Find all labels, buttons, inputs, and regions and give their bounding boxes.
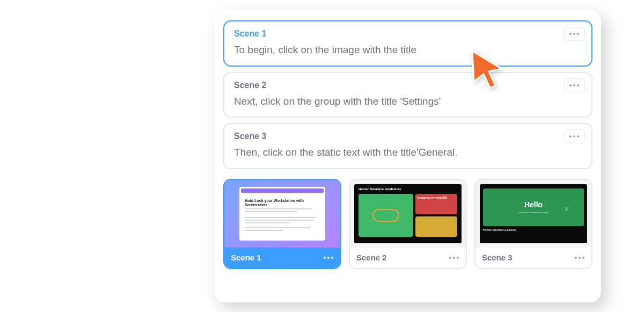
preview-hello-text: Hello: [524, 200, 543, 209]
thumbnail-preview: Auto-Lock your Workstation with Screensa…: [224, 180, 340, 248]
ellipsis-dot-icon: [569, 84, 572, 86]
scene-more-button[interactable]: [564, 27, 585, 41]
scene-title: Scene 2: [234, 81, 582, 90]
preview-footer-text: Human Interface Guidelines: [483, 228, 584, 231]
cursor-pointer-icon: [470, 48, 507, 91]
thumbnail-preview: Human Interface Guidelines Designing for…: [350, 180, 466, 248]
scene-description: Next, click on the group with the title …: [234, 95, 582, 108]
ellipsis-dot-icon: [569, 33, 572, 35]
thumbnail-label: Scene 2: [356, 253, 387, 262]
ellipsis-dot-icon: [579, 257, 581, 259]
scene-card-2[interactable]: Scene 2 Next, click on the group with th…: [223, 72, 592, 118]
thumbnail-more-button[interactable]: [574, 257, 585, 259]
ellipsis-dot-icon: [331, 257, 333, 259]
thumbnail-scene-2[interactable]: Human Interface Guidelines Designing for…: [349, 179, 467, 269]
preview-heading: Human Interface Guidelines: [358, 187, 457, 191]
ellipsis-dot-icon: [577, 135, 579, 137]
scene-description: To begin, click on the image with the ti…: [234, 43, 582, 57]
thumbnail-scene-1[interactable]: Auto-Lock your Workstation with Screensa…: [223, 179, 341, 269]
thumbnail-footer: Scene 3: [475, 248, 591, 268]
thumbnail-label: Scene 3: [482, 253, 513, 262]
scene-description: Then, click on the static text with the …: [234, 146, 582, 159]
ellipsis-dot-icon: [573, 135, 575, 137]
ellipsis-dot-icon: [575, 257, 577, 259]
thumbnail-footer: Scene 2: [350, 248, 466, 268]
goggles-icon: [372, 209, 399, 222]
ellipsis-dot-icon: [573, 84, 575, 86]
ellipsis-dot-icon: [457, 257, 459, 259]
scene-title: Scene 3: [234, 132, 582, 141]
scene-card-1[interactable]: Scene 1 To begin, click on the image wit…: [223, 20, 592, 67]
ellipsis-dot-icon: [573, 33, 575, 35]
ellipsis-dot-icon: [569, 135, 572, 137]
ellipsis-dot-icon: [327, 257, 330, 259]
scene-card-3[interactable]: Scene 3 Then, click on the static text w…: [223, 123, 592, 169]
ellipsis-dot-icon: [453, 257, 455, 259]
thumbnail-more-button[interactable]: [323, 257, 334, 259]
scene-panel: Scene 1 To begin, click on the image wit…: [215, 10, 601, 302]
scene-more-button[interactable]: [564, 78, 585, 92]
thumbnail-preview: Hello Learn how to design great apps + H…: [475, 180, 591, 248]
ellipsis-dot-icon: [577, 84, 579, 86]
ellipsis-dot-icon: [324, 257, 326, 259]
plus-icon: +: [565, 205, 569, 213]
ellipsis-dot-icon: [449, 257, 451, 259]
ellipsis-dot-icon: [577, 33, 579, 35]
preview-doc-title: Auto-Lock your Workstation with Screensa…: [245, 199, 320, 207]
ellipsis-dot-icon: [582, 257, 584, 259]
thumbnail-footer: Scene 1: [224, 248, 340, 268]
scene-title: Scene 1: [234, 29, 582, 39]
scene-more-button[interactable]: [564, 129, 585, 143]
thumbnail-scene-3[interactable]: Hello Learn how to design great apps + H…: [474, 179, 592, 269]
thumbnail-more-button[interactable]: [448, 257, 459, 259]
thumbnails-row: Auto-Lock your Workstation with Screensa…: [223, 179, 592, 269]
thumbnail-label: Scene 1: [231, 253, 261, 262]
preview-block-text: Designing for visionOS: [418, 196, 455, 199]
